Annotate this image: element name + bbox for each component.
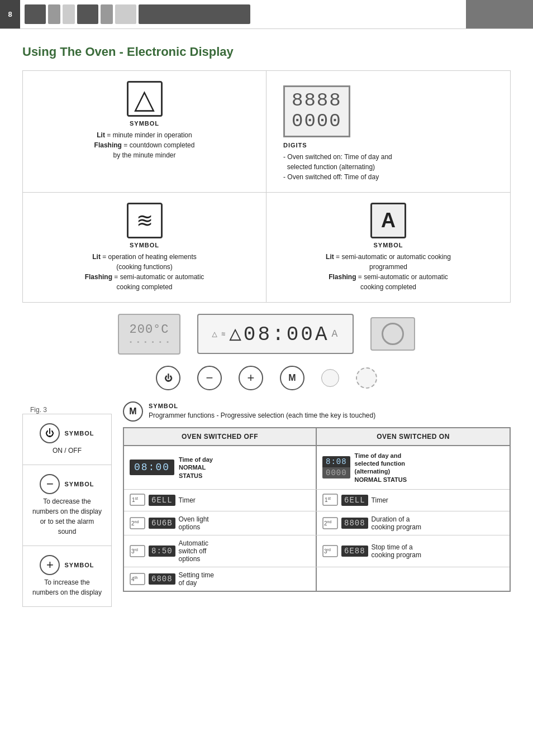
minus-sym-circle: − (40, 474, 60, 494)
prog-off-auto: 3rd 8:50 Automaticswitch offoptions (124, 535, 317, 567)
off-settime-display: 6808 (149, 573, 175, 585)
m-symbol-desc: Programmer functions - Progressive selec… (149, 410, 375, 420)
auto-symbol-desc: Lit = semi-automatic or automatic cookin… (278, 252, 499, 292)
prog-row-auto: 3rd 8:50 Automaticswitch offoptions 3rd … (124, 535, 510, 567)
heating-icon: ≋ (127, 203, 163, 238)
on-stop-display: 6E88 (341, 546, 368, 557)
prog-on-duration: 2nd 8808 Duration of acooking program (317, 511, 510, 535)
off-settime-label: Setting timeof day (179, 571, 214, 587)
off-auto-display: 8:50 (149, 546, 175, 557)
power-sym-row: ⏻ SYMBOL (31, 423, 103, 443)
heating-symbol-desc: Lit = operation of heating elements(cook… (34, 252, 255, 292)
header-seg-4 (77, 4, 98, 24)
prog-off-light: 2nd 6U6B Oven lightoptions (124, 511, 317, 535)
prog-off-timer: 1st 6ELL Timer (124, 490, 317, 511)
heating-lit-bold: Lit (92, 253, 101, 261)
off-light-label: Oven lightoptions (179, 515, 209, 531)
auto-lit-bold: Lit (326, 253, 334, 261)
svg-text:3rd: 3rd (324, 548, 331, 554)
symbol-cell-delta: △ SYMBOL Lit = minute minder in operatio… (23, 71, 266, 193)
prog-on-normal: 8:08 0000 Time of day andselected functi… (317, 446, 510, 489)
minus-sym-row: − SYMBOL (31, 474, 103, 494)
left-symbols-column: Fig. 3 ⏻ SYMBOL ON / OFF − SYMBOL To (22, 401, 112, 607)
header-decoration (20, 0, 466, 28)
delta-lit-bold: Lit (97, 131, 105, 139)
delta-flashing-bold: Flashing (94, 141, 122, 149)
programmer-section: M SYMBOL Programmer functions - Progress… (123, 401, 511, 607)
buttons-row: ⏻ − + M (22, 366, 511, 390)
header-seg-3 (63, 4, 75, 24)
digits-display-container: 8888 0000 (283, 85, 499, 137)
page-title: Using The Oven - Electronic Display (0, 29, 533, 70)
power-sym-circle: ⏻ (40, 423, 60, 443)
left-symbol-plus: + SYMBOL To increase the numbers on the … (23, 546, 111, 606)
step2-icon-off: 2nd (130, 517, 145, 529)
col-off-header: OVEN SWITCHED OFF (124, 428, 317, 446)
page-number: 8 (0, 0, 20, 28)
step3-icon-off: 3rd (130, 545, 145, 557)
delta-icon: △ (127, 81, 163, 117)
digits-bot-row: 0000 (292, 111, 342, 132)
on-stop-label: Stop time of acooking program (372, 543, 421, 559)
step4-icon-off: 4th (130, 573, 145, 585)
small-button-1[interactable] (321, 369, 339, 387)
auto-flashing-bold: Flashing (329, 273, 356, 281)
minus-sym-label: SYMBOL (64, 481, 94, 487)
prog-off-settime: 4th 6808 Setting timeof day (124, 567, 317, 591)
center-heating-icon: ≋ (221, 330, 227, 338)
temp-reading: 200°C (129, 323, 170, 337)
off-normal-label: Time of dayNORMALSTATUS (179, 456, 213, 480)
off-timer-step: 1st (130, 494, 145, 507)
plus-button[interactable]: + (239, 366, 263, 390)
center-display-text: △ ≋ △08:00A A (212, 322, 339, 346)
heating-flashing-bold: Flashing (85, 273, 112, 281)
plus-sym-circle: + (40, 555, 60, 575)
small-button-2[interactable] (356, 367, 377, 389)
temp-indicator-dots: ▪ ▪ ▪ ▪ ▪ ▪ (129, 339, 170, 346)
step2-icon-on: 2nd (322, 517, 338, 529)
auto-icon: A (370, 203, 406, 238)
svg-text:2nd: 2nd (324, 520, 331, 527)
oven-right-panel (370, 317, 415, 351)
left-symbol-power: ⏻ SYMBOL ON / OFF (23, 414, 111, 465)
prog-on-empty (317, 567, 510, 591)
symbol-cell-heating: ≋ SYMBOL Lit = operation of heating elem… (23, 193, 266, 302)
digits-display: 8888 0000 (283, 85, 350, 137)
prog-on-stop: 3rd 6E88 Stop time of acooking program (317, 535, 510, 567)
power-sym-label: SYMBOL (64, 430, 94, 437)
symbols-grid: △ SYMBOL Lit = minute minder in operatio… (22, 70, 511, 303)
minus-button[interactable]: − (197, 366, 222, 390)
minus-sym-desc: To decrease the numbers on the display o… (31, 496, 103, 537)
header-bar: 8 (0, 0, 533, 29)
off-light-display: 6U6B (149, 518, 175, 529)
prog-table: OVEN SWITCHED OFF OVEN SWITCHED ON 08:00… (123, 427, 511, 592)
on-timer-step: 1st (322, 494, 338, 507)
header-seg-1 (25, 4, 46, 24)
plus-sym-label: SYMBOL (64, 562, 94, 568)
on-normal-display-stack: 8:08 0000 (322, 456, 350, 479)
digits-top-row: 8888 (292, 90, 342, 111)
prog-off-normal: 08:00 Time of dayNORMALSTATUS (124, 446, 317, 489)
delta-symbol-desc: Lit = minute minder in operation Flashin… (34, 130, 255, 160)
heating-symbol-label: SYMBOL (34, 242, 255, 248)
center-delta-icon: △ (212, 328, 219, 339)
on-normal-bot: 0000 (322, 467, 350, 479)
main-content: △ SYMBOL Lit = minute minder in operatio… (0, 70, 533, 607)
symbol-cell-auto: A SYMBOL Lit = semi-automatic or automat… (266, 193, 510, 302)
digits-desc: - Oven switched on: Time of day and sele… (283, 152, 499, 182)
oven-right-knob (382, 323, 404, 345)
power-button[interactable]: ⏻ (156, 366, 180, 390)
on-duration-display: 8808 (341, 518, 368, 529)
header-seg-2 (48, 4, 60, 24)
m-button[interactable]: M (280, 366, 304, 390)
header-seg-6 (115, 4, 136, 24)
svg-text:2nd: 2nd (131, 520, 139, 527)
svg-text:3rd: 3rd (131, 548, 138, 554)
symbol-cell-digits: 8888 0000 DIGITS - Oven switched on: Tim… (266, 71, 510, 193)
svg-text:4th: 4th (131, 576, 138, 582)
step1-icon-on: 1st (322, 494, 338, 506)
lower-section: Fig. 3 ⏻ SYMBOL ON / OFF − SYMBOL To (22, 401, 511, 607)
prog-row-normal: 08:00 Time of dayNORMALSTATUS 8:08 0000 … (124, 446, 510, 490)
on-timer-label: Timer (372, 496, 388, 504)
oven-diagram: 200°C ▪ ▪ ▪ ▪ ▪ ▪ △ ≋ △08:00A A (22, 314, 511, 355)
